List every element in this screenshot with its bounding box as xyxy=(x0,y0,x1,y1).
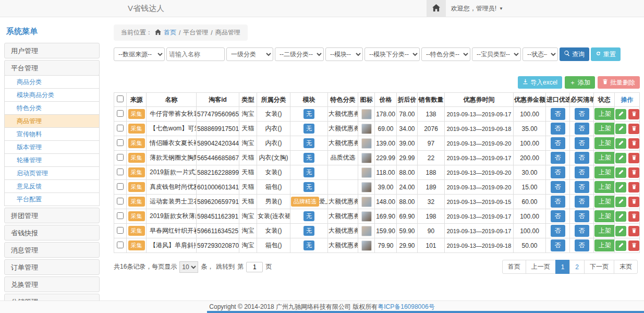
row-checkbox[interactable] xyxy=(117,198,124,204)
edit-button[interactable] xyxy=(615,124,626,134)
breadcrumb-home-link[interactable]: 首页 xyxy=(164,28,176,37)
page-number-input[interactable] xyxy=(246,262,263,272)
level2-category-select[interactable]: --二级分类-- xyxy=(275,47,324,61)
edit-button[interactable] xyxy=(615,240,626,251)
must-buy-toggle[interactable]: 否 xyxy=(575,137,589,149)
delete-button[interactable] xyxy=(628,182,639,192)
import-select-toggle[interactable]: 否 xyxy=(551,166,565,178)
row-checkbox[interactable] xyxy=(117,227,124,234)
sidebar-item[interactable]: 平台配置 xyxy=(4,192,100,206)
page-button[interactable]: 1 xyxy=(555,260,570,274)
level1-category-select[interactable]: 一级分类 xyxy=(226,47,273,61)
status-select[interactable]: --状态-- xyxy=(523,47,558,61)
delete-button[interactable] xyxy=(628,240,639,251)
must-buy-toggle[interactable]: 否 xyxy=(575,181,589,193)
edit-button[interactable] xyxy=(615,197,626,207)
import-select-toggle[interactable]: 否 xyxy=(551,196,565,208)
module-select[interactable]: --模块-- xyxy=(325,47,363,61)
item-type-select[interactable]: --宝贝类型-- xyxy=(472,47,521,61)
edit-button[interactable] xyxy=(615,167,626,178)
edit-button[interactable] xyxy=(615,226,626,236)
row-checkbox[interactable] xyxy=(117,168,124,175)
import-excel-button[interactable]: 导入excel xyxy=(518,76,562,89)
row-checkbox[interactable] xyxy=(117,183,124,190)
delete-button[interactable] xyxy=(628,197,639,207)
page-button[interactable]: 下一页 xyxy=(584,260,614,274)
home-button[interactable] xyxy=(427,0,446,17)
sidebar-item[interactable]: 启动页管理 xyxy=(4,166,100,180)
status-button[interactable]: 上架 xyxy=(594,225,615,237)
must-buy-toggle[interactable]: 否 xyxy=(575,108,589,120)
row-checkbox[interactable] xyxy=(117,125,124,131)
row-checkbox[interactable] xyxy=(117,110,124,117)
sidebar-item[interactable]: 宣传物料 xyxy=(4,127,100,141)
name-search-input[interactable] xyxy=(166,47,225,61)
status-button[interactable]: 上架 xyxy=(594,166,615,178)
row-checkbox[interactable] xyxy=(117,154,124,161)
import-select-toggle[interactable]: 否 xyxy=(551,239,565,251)
must-buy-toggle[interactable]: 否 xyxy=(575,239,589,251)
sidebar-item[interactable]: 意见反馈 xyxy=(4,179,100,193)
must-buy-toggle[interactable]: 否 xyxy=(575,152,589,164)
import-select-toggle[interactable]: 否 xyxy=(551,108,565,120)
status-button[interactable]: 上架 xyxy=(594,196,615,208)
row-checkbox[interactable] xyxy=(117,242,124,248)
sidebar-item[interactable]: 模块商品分类 xyxy=(4,88,100,102)
import-select-toggle[interactable]: 否 xyxy=(551,181,565,193)
must-buy-toggle[interactable]: 否 xyxy=(575,225,589,237)
sidebar-item[interactable]: 拼团管理 xyxy=(4,208,100,223)
import-select-toggle[interactable]: 否 xyxy=(551,225,565,237)
page-button[interactable]: 2 xyxy=(569,260,585,274)
add-button[interactable]: ＋ 添加 xyxy=(565,76,595,89)
sidebar-item[interactable]: 兑换管理 xyxy=(4,276,100,292)
page-button[interactable]: 首页 xyxy=(502,260,526,274)
data-source-select[interactable]: --数据来源-- xyxy=(114,47,165,61)
delete-button[interactable] xyxy=(628,211,639,222)
sidebar-item[interactable]: 平台管理 xyxy=(4,60,100,76)
sidebar-item[interactable]: 商品分类 xyxy=(4,75,100,89)
page-button[interactable]: 末页 xyxy=(614,260,638,274)
status-button[interactable]: 上架 xyxy=(594,239,615,251)
delete-button[interactable] xyxy=(628,167,639,178)
sidebar-item[interactable]: 版本管理 xyxy=(4,140,100,154)
sidebar-item[interactable]: 省钱快报 xyxy=(4,225,100,240)
delete-button[interactable] xyxy=(628,109,639,119)
select-all-checkbox[interactable] xyxy=(117,95,124,102)
must-buy-toggle[interactable]: 否 xyxy=(575,166,589,178)
import-select-toggle[interactable]: 否 xyxy=(551,123,565,135)
module-sub-category-select[interactable]: --模块下分类-- xyxy=(364,47,420,61)
reset-button[interactable]: 重置 xyxy=(591,47,621,61)
must-buy-toggle[interactable]: 否 xyxy=(575,210,589,222)
sidebar-item[interactable]: 用户管理 xyxy=(4,43,100,58)
row-checkbox[interactable] xyxy=(117,212,124,219)
edit-button[interactable] xyxy=(615,153,626,163)
status-button[interactable]: 上架 xyxy=(594,152,615,164)
status-button[interactable]: 上架 xyxy=(594,181,615,193)
page-button[interactable]: 上一页 xyxy=(526,260,556,274)
edit-button[interactable] xyxy=(615,109,626,119)
status-button[interactable]: 上架 xyxy=(594,137,615,149)
edit-button[interactable] xyxy=(615,138,626,149)
status-button[interactable]: 上架 xyxy=(594,108,615,120)
batch-delete-button[interactable]: 批量删除 xyxy=(598,76,640,89)
delete-button[interactable] xyxy=(628,153,639,163)
icp-link[interactable]: 粤ICP备16098006号 xyxy=(378,303,434,311)
delete-button[interactable] xyxy=(628,226,639,236)
status-button[interactable]: 上架 xyxy=(594,123,615,135)
status-button[interactable]: 上架 xyxy=(594,210,615,222)
sidebar-item[interactable]: 轮播管理 xyxy=(4,153,100,167)
sidebar-item[interactable]: 订单管理 xyxy=(4,259,100,275)
must-buy-toggle[interactable]: 否 xyxy=(575,196,589,208)
search-button[interactable]: 查询 xyxy=(560,47,589,61)
sidebar-item[interactable]: 特色分类 xyxy=(4,101,100,115)
delete-button[interactable] xyxy=(628,124,639,134)
sidebar-item[interactable]: 商品管理 xyxy=(4,114,100,128)
import-select-toggle[interactable]: 否 xyxy=(551,137,565,149)
edit-button[interactable] xyxy=(615,211,626,222)
must-buy-toggle[interactable]: 否 xyxy=(575,123,589,135)
feature-category-select[interactable]: --特色分类-- xyxy=(421,47,470,61)
per-page-select[interactable]: 10 xyxy=(179,261,198,273)
row-checkbox[interactable] xyxy=(117,139,124,146)
delete-button[interactable] xyxy=(628,138,639,149)
user-menu[interactable]: 欢迎您，管理员! ▼ xyxy=(446,4,503,13)
